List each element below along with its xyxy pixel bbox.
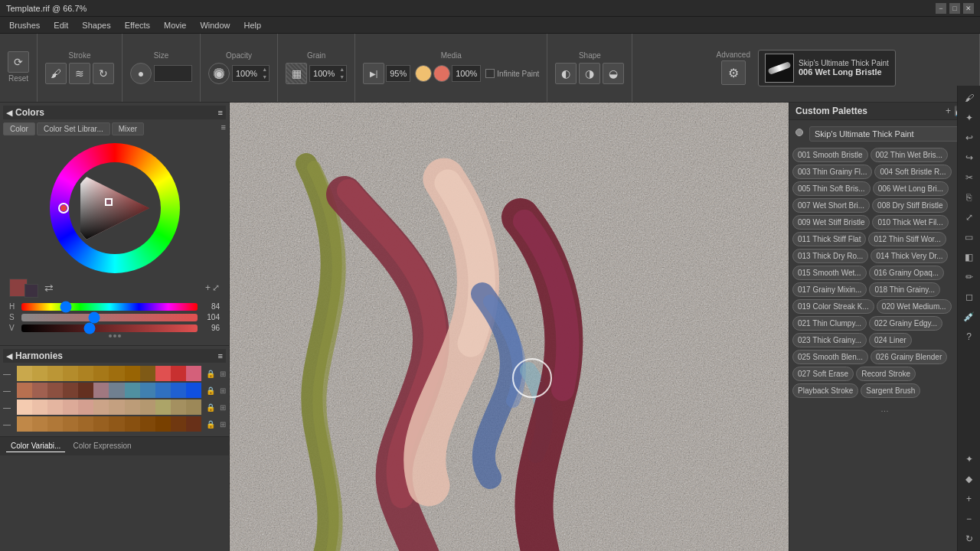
harmony-swatch-1-11[interactable]	[186, 383, 201, 398]
bg-color-swatch[interactable]	[24, 284, 38, 298]
harmony-swatch-2-3[interactable]	[63, 399, 78, 415]
brush-btn-26[interactable]: 027 Soft Erase	[792, 367, 854, 381]
palette-more-dots[interactable]: …	[789, 401, 980, 416]
minimize-button[interactable]: −	[936, 3, 946, 14]
color-triangle-selector[interactable]	[105, 198, 113, 206]
harmony-swatch-3-1[interactable]	[32, 416, 47, 432]
rt-pencil-icon[interactable]: ✏	[960, 268, 978, 286]
color-tabs-menu[interactable]: ≡	[221, 122, 226, 135]
rt-copy-icon[interactable]: ⎘	[960, 188, 978, 207]
color-tab-color[interactable]: Color	[3, 122, 35, 135]
s-slider[interactable]	[21, 314, 198, 321]
harmony-expand-0[interactable]: ⊞	[220, 370, 226, 378]
harmony-swatch-3-3[interactable]	[63, 416, 78, 432]
harmony-swatch-3-7[interactable]	[125, 416, 140, 432]
harmony-swatch-3-4[interactable]	[78, 416, 93, 432]
shape-btn3[interactable]: ◒	[603, 63, 624, 84]
rt-star-bottom-icon[interactable]: ✦	[960, 450, 978, 468]
media-btn1[interactable]: ▶|	[363, 63, 384, 84]
brush-btn-25[interactable]: 026 Grainy Blender	[871, 350, 947, 364]
brush-btn-17[interactable]: 018 Thin Grainy...	[869, 282, 940, 297]
harmony-swatch-0-5[interactable]	[93, 366, 109, 381]
colors-collapse-icon[interactable]: ◀	[6, 108, 12, 118]
harmony-swatch-3-5[interactable]	[93, 416, 109, 432]
menu-brushes[interactable]: Brushes	[3, 19, 46, 31]
shape-btn1[interactable]: ◐	[555, 63, 577, 84]
rt-diamond-icon[interactable]: ◆	[960, 470, 978, 488]
menu-window[interactable]: Window	[194, 19, 236, 31]
harmony-swatch-1-3[interactable]	[63, 383, 78, 398]
brush-btn-29[interactable]: Sargent Brush	[861, 383, 920, 398]
harmony-swatch-2-1[interactable]	[32, 399, 47, 415]
brush-btn-15[interactable]: 016 Grainy Opaq...	[869, 266, 945, 280]
rt-cut-icon[interactable]: ✂	[960, 168, 978, 187]
v-slider[interactable]	[21, 324, 198, 332]
menu-effects[interactable]: Effects	[119, 19, 156, 31]
painting-canvas[interactable]	[230, 103, 789, 551]
harmony-swatch-0-6[interactable]	[109, 366, 124, 381]
brush-btn-1[interactable]: 002 Thin Wet Bris...	[871, 148, 948, 162]
brush-btn-27[interactable]: Record Stroke	[856, 367, 916, 381]
harmony-swatch-1-10[interactable]	[171, 383, 186, 398]
brush-btn-24[interactable]: 025 Smooth Blen...	[792, 350, 868, 364]
brush-btn-23[interactable]: 024 Liner	[869, 333, 912, 347]
harmony-swatch-3-9[interactable]	[155, 416, 171, 432]
opacity-circle-btn[interactable]: ◉	[208, 63, 230, 84]
harmony-swatch-2-9[interactable]	[155, 399, 171, 415]
size-input[interactable]: 280	[154, 65, 192, 82]
infinite-paint-checkbox[interactable]	[485, 69, 495, 78]
rt-redo-icon[interactable]: ↪	[960, 148, 978, 167]
rt-brush-icon[interactable]: 🖌	[960, 89, 978, 107]
brush-btn-21[interactable]: 022 Grainy Edgy...	[869, 316, 942, 331]
infinite-paint-toggle[interactable]: Infinite Paint	[485, 69, 539, 78]
brush-btn-5[interactable]: 006 Wet Long Bri...	[873, 181, 949, 196]
harmony-swatch-1-0[interactable]	[17, 383, 32, 398]
color-settings-icon[interactable]: ⤢	[212, 282, 220, 293]
harmony-swatch-3-8[interactable]	[140, 416, 155, 432]
harmony-expand-1[interactable]: ⊞	[220, 386, 226, 395]
harmonies-menu-icon[interactable]: ≡	[218, 351, 223, 360]
harmony-swatch-2-10[interactable]	[171, 399, 186, 415]
harmony-swatch-2-5[interactable]	[93, 399, 109, 415]
harmony-lock-3[interactable]: 🔒	[206, 420, 215, 429]
harmony-swatch-3-10[interactable]	[171, 416, 186, 432]
color-tab-set[interactable]: Color Set Librar...	[37, 122, 110, 135]
harmony-swatch-0-11[interactable]	[186, 366, 201, 381]
brush-btn-8[interactable]: 009 Wet Stiff Bristle	[792, 215, 870, 230]
harmony-swatch-0-9[interactable]	[155, 366, 171, 381]
reset-button[interactable]: ⟳	[8, 51, 29, 73]
brush-btn-16[interactable]: 017 Grainy Mixin...	[792, 282, 867, 297]
brush-btn-7[interactable]: 008 Dry Stiff Bristle	[872, 198, 948, 213]
brush-btn-9[interactable]: 010 Thick Wet Fil...	[872, 215, 948, 230]
harmony-swatch-0-2[interactable]	[47, 366, 63, 381]
rt-zoom-in-icon[interactable]: +	[960, 490, 978, 508]
rt-rotate-icon[interactable]: ↻	[960, 530, 978, 548]
harmony-swatch-0-8[interactable]	[140, 366, 155, 381]
brush-btn-22[interactable]: 023 Thick Grainy...	[792, 333, 867, 347]
harmony-expand-3[interactable]: ⊞	[220, 420, 226, 429]
media-swatch2[interactable]	[433, 65, 450, 82]
harmony-swatch-1-8[interactable]	[140, 383, 155, 398]
harmony-swatch-2-0[interactable]	[17, 399, 32, 415]
brush-btn-3[interactable]: 004 Soft Bristle R...	[874, 165, 951, 179]
maximize-button[interactable]: □	[949, 3, 960, 14]
menu-edit[interactable]: Edit	[47, 19, 74, 31]
tab-color-variab[interactable]: Color Variabi...	[6, 440, 65, 452]
add-color-icon[interactable]: +	[205, 282, 211, 293]
grain-btn[interactable]: ▦	[286, 63, 307, 84]
stroke-btn1[interactable]: 🖌	[45, 63, 67, 84]
harmony-swatch-2-11[interactable]	[186, 399, 201, 415]
brush-btn-6[interactable]: 007 Wet Short Bri...	[792, 198, 870, 213]
harmony-lock-1[interactable]: 🔒	[206, 386, 215, 395]
media-swatch[interactable]	[415, 65, 432, 82]
rt-layer-icon[interactable]: ◧	[960, 248, 978, 266]
advanced-btn[interactable]: ⚙	[721, 60, 746, 85]
harmonies-collapse-icon[interactable]: ◀	[6, 351, 12, 361]
harmony-swatch-1-5[interactable]	[93, 383, 109, 398]
menu-help[interactable]: Help	[238, 19, 268, 31]
brush-btn-4[interactable]: 005 Thin Soft Bris...	[792, 181, 871, 196]
color-wheel-wrapper[interactable]	[50, 143, 180, 273]
colors-panel-menu-icon[interactable]: ≡	[218, 108, 223, 117]
palette-add-icon[interactable]: +	[946, 106, 951, 116]
harmony-swatch-0-0[interactable]	[17, 366, 32, 381]
